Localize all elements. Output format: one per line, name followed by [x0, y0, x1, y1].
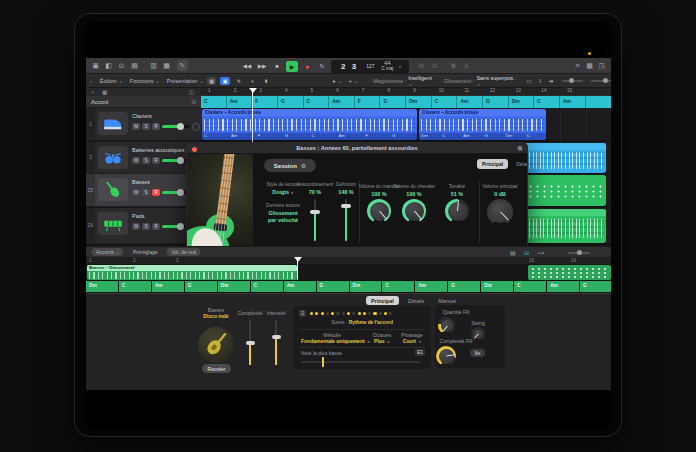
bridge-volume-knob[interactable]	[402, 199, 426, 223]
mute-button[interactable]: M	[132, 189, 140, 196]
close-icon[interactable]	[192, 147, 197, 152]
chord-cell[interactable]: G	[185, 281, 217, 292]
pattern-dot[interactable]	[321, 312, 324, 315]
chord-track-header[interactable]: Accord ⊙	[86, 96, 201, 108]
bass-player-icon[interactable]	[198, 327, 234, 363]
mixer-icon[interactable]: ▦	[161, 60, 172, 71]
chord-cell[interactable]: C	[534, 96, 560, 108]
regions-view-button[interactable]: ▣	[220, 77, 230, 85]
menu-fonctions[interactable]: Fonctions ∨	[130, 78, 159, 84]
track-zoom-icon[interactable]: ◫	[189, 89, 194, 95]
menu-presentation[interactable]: Présentation ∨	[167, 78, 203, 84]
menu-edition[interactable]: Édition ∨	[100, 78, 122, 84]
chord-cell[interactable]: G	[448, 281, 480, 292]
vertical-zoom-slider[interactable]	[562, 80, 583, 82]
chord-cell[interactable]: G	[483, 96, 509, 108]
region-claviers-1[interactable]: Claviers – Accords brisés CAmFGCAmFG	[202, 109, 417, 140]
list-editors-icon[interactable]: ≡	[572, 60, 583, 71]
library-icon[interactable]: ▣	[90, 60, 101, 71]
pattern-dot[interactable]	[331, 312, 334, 315]
chord-cell[interactable]: Am	[227, 96, 253, 108]
complexity-slider[interactable]	[249, 320, 251, 365]
swing-unit-button[interactable]: 8e	[470, 349, 485, 357]
cycle-button[interactable]: ↻	[316, 61, 328, 72]
track-row-basses[interactable]: 25 Basses M S R	[86, 174, 201, 207]
pattern-dot[interactable]	[352, 312, 355, 315]
solo-button[interactable]: S	[142, 223, 150, 230]
track-grid-icon[interactable]: ▦	[102, 89, 107, 95]
neck-volume-knob[interactable]	[367, 199, 391, 223]
tab-preset[interactable]: Préréglage	[129, 248, 161, 256]
pan-knob[interactable]	[192, 123, 200, 131]
chord-cell[interactable]: F	[355, 96, 381, 108]
marquee-icon[interactable]: ▭	[526, 78, 531, 84]
session-button[interactable]: Session ⚙	[264, 159, 316, 172]
pattern-dot[interactable]	[336, 312, 339, 315]
note-pads-icon[interactable]: ▦	[584, 60, 595, 71]
chord-track[interactable]: CAmFGCAmFGDmCAmGDmCAm	[201, 96, 611, 108]
phrasing-value[interactable]: Court ∨	[397, 338, 427, 344]
chord-cell[interactable]: C	[304, 96, 330, 108]
editor-ruler[interactable]: 1 2 3 15 16	[86, 257, 611, 265]
tab-principal[interactable]: Principal	[366, 296, 399, 305]
editor-region-right[interactable]	[528, 265, 611, 280]
tab-night-volume[interactable]: Vol. de nuit	[167, 248, 200, 256]
region-claviers-2[interactable]: Claviers – Accords brisés DmCAmGDmC	[419, 109, 546, 140]
chord-cell[interactable]: Dm	[481, 281, 513, 292]
tab-details[interactable]: Détails	[403, 296, 429, 305]
chord-cell[interactable]: C	[251, 281, 283, 292]
tuner-icon[interactable]: ⊘	[416, 60, 427, 71]
track-row-claviers[interactable]: 1 Claviers M S R	[86, 108, 201, 141]
pattern-dot[interactable]	[379, 312, 382, 315]
playhead[interactable]	[252, 88, 253, 142]
pattern-dot[interactable]	[315, 312, 318, 315]
pattern-number-chip[interactable]: 2	[299, 310, 306, 317]
metronome-icon[interactable]: ⋕	[448, 60, 459, 71]
tab-accords[interactable]: Accords ∨	[92, 248, 123, 256]
chord-cell[interactable]: Am	[329, 96, 355, 108]
chord-cell[interactable]: Dm	[86, 281, 118, 292]
editors-icon[interactable]: ✎	[177, 60, 188, 71]
play-button[interactable]: ▶	[286, 61, 298, 72]
intensity-slider[interactable]	[275, 320, 277, 365]
inspector-icon[interactable]: ◧	[103, 60, 114, 71]
add-track-icon[interactable]: ＋	[90, 89, 96, 96]
pattern-dot[interactable]	[363, 312, 366, 315]
chord-cell[interactable]: C	[201, 96, 227, 108]
pointer-tool-select[interactable]: ▸ ∨	[333, 78, 341, 84]
pattern-dot[interactable]	[358, 312, 361, 315]
chord-cell[interactable]: Am	[152, 281, 184, 292]
pattern-dot[interactable]	[347, 312, 350, 315]
text-cursor-icon[interactable]: I	[539, 78, 541, 84]
editor-chord-strip[interactable]: DmCAmGDmCAmGDmCAmGDmCAmG	[86, 280, 611, 292]
master-volume-knob[interactable]	[487, 199, 513, 225]
chord-cell[interactable]: G	[278, 96, 304, 108]
chord-cell[interactable]: G	[317, 281, 349, 292]
chord-cell[interactable]: C	[514, 281, 546, 292]
pattern-dot[interactable]	[373, 312, 376, 315]
chord-cell[interactable]: Dm	[509, 96, 535, 108]
plugin-title-bar[interactable]: Basses : Années 60, partiellement assour…	[187, 143, 527, 154]
chord-cell[interactable]: Am	[457, 96, 483, 108]
chord-cell[interactable]: Dm	[350, 281, 382, 292]
horizontal-zoom-slider[interactable]	[591, 80, 611, 82]
collaboration-icon[interactable]: ♙	[461, 60, 472, 71]
bar-ruler[interactable]: 123456789101112131415	[201, 88, 611, 96]
mute-button[interactable]: M	[132, 123, 140, 130]
melody-value[interactable]: Fondamentale uniquement ∨	[301, 338, 363, 344]
chord-cell[interactable]: Am	[415, 281, 447, 292]
quick-help-icon[interactable]: ⊙	[116, 60, 127, 71]
record-enable-button[interactable]: R	[152, 123, 160, 130]
tab-principal[interactable]: Principal	[477, 159, 508, 169]
grid-icon[interactable]: ▤	[510, 249, 516, 256]
pattern-dot[interactable]	[342, 312, 345, 315]
record-enable-button[interactable]: R	[152, 223, 160, 230]
browser-icon[interactable]: ◳	[596, 60, 607, 71]
muting-slider[interactable]	[314, 199, 316, 241]
mute-button[interactable]: M	[132, 223, 140, 230]
mute-button[interactable]: M	[132, 157, 140, 164]
pattern-dots[interactable]	[310, 312, 392, 315]
lcd-display[interactable]: 2 3 127 4/4C maj ∨	[331, 60, 409, 73]
smart-controls-icon[interactable]: ▥	[148, 60, 159, 71]
catch-playhead-icon[interactable]: ⊟	[524, 249, 529, 256]
